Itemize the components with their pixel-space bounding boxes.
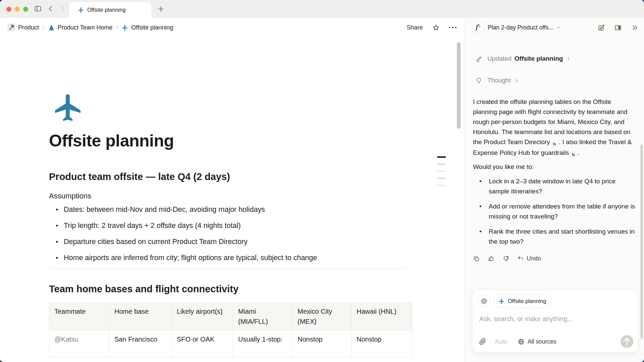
ai-prompt-input[interactable] <box>479 315 627 323</box>
share-button[interactable]: Share <box>407 24 423 31</box>
airplane-icon <box>498 298 505 304</box>
chevron-down-icon[interactable] <box>556 25 561 30</box>
zoom-window-button[interactable] <box>23 7 28 12</box>
bullet-dot: • <box>56 204 58 215</box>
suggestion-item[interactable]: •Add or remove attendees from the table … <box>473 201 635 222</box>
breadcrumb-item-offsite-planning[interactable]: Offsite planning <box>121 24 173 31</box>
model-auto-selector[interactable]: Auto <box>495 338 507 345</box>
table-cell[interactable]: San Francisco <box>109 330 172 357</box>
ai-suggestions-list: •Lock in a 2–3 date window in late Q4 to… <box>473 176 635 247</box>
back-icon[interactable] <box>47 5 55 13</box>
table-header-cell[interactable]: Teammate <box>49 303 109 330</box>
list-item-text: Home airports are inferred from city; fl… <box>64 254 317 262</box>
list-item-text: Trip length: 2 travel days + 2 offsite d… <box>64 222 241 230</box>
message-text: . <box>578 149 579 156</box>
header-actions: Share <box>407 23 457 32</box>
page-airplane-icon[interactable] <box>52 92 85 124</box>
breadcrumb-item-product[interactable]: Product <box>7 23 39 32</box>
bullet-dot: • <box>56 220 58 231</box>
undo-arrow-icon <box>517 255 524 262</box>
undo-label: Undo <box>527 255 541 262</box>
close-window-button[interactable] <box>6 7 11 12</box>
assumptions-list: •Dates: between mid-Nov and mid-Dec, avo… <box>49 204 412 263</box>
breadcrumb-separator: / <box>42 24 45 31</box>
message-actions: Undo <box>473 255 635 262</box>
suggestion-item[interactable]: •Rank the three cities and start shortli… <box>473 227 635 247</box>
titlebar: Offsite planning <box>0 0 644 17</box>
main-scrollbar-thumb[interactable] <box>457 42 461 129</box>
table-cell-teammate-mention[interactable]: @Katsu <box>49 330 109 357</box>
table-cell[interactable]: SFO or OAK <box>172 330 233 357</box>
edit-pencil-icon <box>475 55 482 62</box>
suggestion-text: Lock in a 2–3 date window in late Q4 to … <box>489 178 615 195</box>
page-title[interactable]: Offsite planning <box>49 130 412 151</box>
list-item[interactable]: •Dates: between mid-Nov and mid-Dec, avo… <box>49 204 412 215</box>
all-sources-selector[interactable]: All sources <box>518 338 556 345</box>
breadcrumb-item-product-team-home[interactable]: Product Team Home <box>48 24 113 31</box>
table-cell[interactable]: Usually 1-stop: <box>233 330 292 357</box>
composer-context-row: @ Offsite planning <box>478 294 552 308</box>
divider <box>49 268 406 269</box>
send-button[interactable] <box>621 335 633 348</box>
list-item[interactable]: •Departure cities based on current Produ… <box>49 236 412 247</box>
list-item[interactable]: •Trip length: 2 travel days + 2 offsite … <box>49 220 412 231</box>
doc-heading-team-bases[interactable]: Team home bases and flight connectivity <box>49 283 412 295</box>
airplane-icon <box>121 24 128 31</box>
notion-page-badge-icon[interactable]: N <box>570 152 577 159</box>
mention-at-button[interactable]: @ <box>478 295 490 307</box>
table-header-cell[interactable]: Hawaii (HNL) <box>352 303 412 330</box>
ai-question: Would you like me to: <box>473 162 635 172</box>
thought-row[interactable]: Thought <box>473 74 635 86</box>
all-sources-label: All sources <box>528 338 556 345</box>
new-chat-compose-icon[interactable] <box>597 24 605 32</box>
list-item[interactable]: •Home airports are inferred from city; f… <box>49 252 412 263</box>
context-chip-label: Offsite planning <box>508 298 546 304</box>
bullet-dot: • <box>479 201 482 212</box>
minimize-window-button[interactable] <box>15 7 20 12</box>
table-header-cell[interactable]: Mexico City (MEX) <box>292 303 352 330</box>
bullet-dot: • <box>56 236 58 247</box>
favorite-star-icon[interactable] <box>432 24 440 32</box>
updated-page-link[interactable]: Offsite planning <box>515 55 563 62</box>
hammer-icon <box>7 23 15 32</box>
flight-connectivity-table: Teammate Home base Likely airport(s) Mia… <box>49 302 412 357</box>
context-chip-offsite-planning[interactable]: Offsite planning <box>494 294 552 308</box>
bullet-dot: • <box>479 176 482 186</box>
ai-session-title[interactable]: Plan 2-day Product offs... <box>488 24 553 31</box>
table-header-cell[interactable]: Miami (MIA/FLL) <box>233 303 292 330</box>
table-header-cell[interactable]: Home base <box>109 303 172 330</box>
suggestion-text: Rank the three cities and start shortlis… <box>489 228 635 245</box>
toggle-sidebar-icon[interactable] <box>34 5 42 13</box>
suggestion-item[interactable]: •Lock in a 2–3 date window in late Q4 to… <box>473 176 635 196</box>
breadcrumb-label: Product <box>18 24 39 31</box>
table-header-cell[interactable]: Likely airport(s) <box>172 303 233 330</box>
suggestion-text: Add or remove attendees from the table i… <box>489 203 635 220</box>
updated-page-row[interactable]: Updated Offsite planning <box>473 53 635 65</box>
outline-indicator[interactable] <box>437 156 446 192</box>
table-cell[interactable]: Nonstop <box>292 330 352 357</box>
copy-icon[interactable] <box>473 255 480 262</box>
airplane-icon <box>78 7 84 13</box>
list-item-text: Dates: between mid-Nov and mid-Dec, avoi… <box>64 205 265 214</box>
ai-scrollbar-thumb[interactable] <box>640 144 643 339</box>
thumbs-down-icon[interactable] <box>502 255 509 262</box>
tab-offsite-planning[interactable]: Offsite planning <box>69 2 151 18</box>
ai-panel: Plan 2-day Product offs... Updated Off <box>464 18 644 362</box>
collapse-panel-chevrons-icon[interactable] <box>631 24 639 32</box>
attachment-paperclip-icon[interactable] <box>479 338 486 345</box>
ai-panel-header: Plan 2-day Product offs... <box>464 18 644 37</box>
forward-icon[interactable] <box>58 5 66 13</box>
person-pawn-icon <box>48 24 55 31</box>
doc-heading-offsite[interactable]: Product team offsite — late Q4 (2 days) <box>49 170 412 183</box>
open-in-side-panel-icon[interactable] <box>614 24 622 32</box>
more-options-icon[interactable] <box>449 23 457 32</box>
breadcrumb-label: Product Team Home <box>58 24 113 31</box>
table-cell[interactable]: Nonstop <box>352 330 412 357</box>
undo-button[interactable]: Undo <box>517 255 541 262</box>
assumptions-label[interactable]: Assumptions <box>49 191 412 201</box>
notion-page-badge-icon[interactable]: N <box>551 141 558 148</box>
thumbs-up-icon[interactable] <box>488 255 495 262</box>
list-item-text: Departure cities based on current Produc… <box>64 238 248 246</box>
new-tab-icon[interactable] <box>157 5 165 13</box>
ai-composer[interactable]: @ Offsite planning Auto A <box>472 289 639 353</box>
